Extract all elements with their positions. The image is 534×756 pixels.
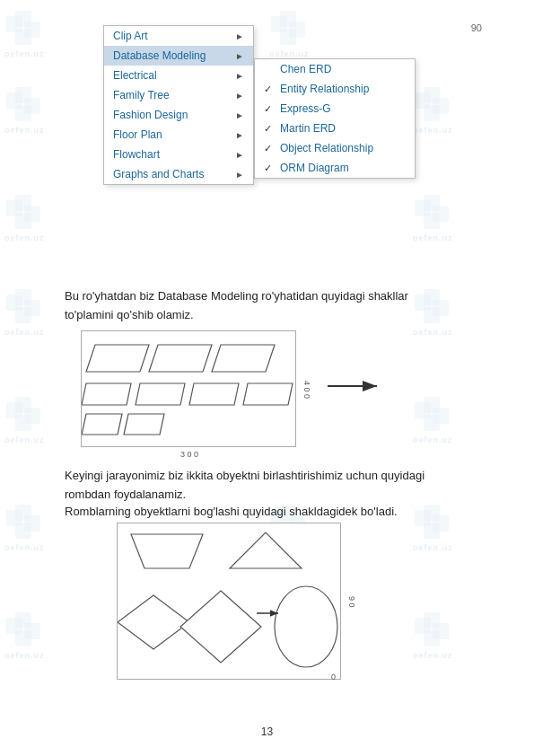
submenu-item-entity-relationship[interactable]: ✓Entity Relationship (255, 79, 415, 99)
svg-rect-20 (415, 200, 431, 216)
svg-rect-14 (433, 98, 449, 114)
submenu-item-object-relationship[interactable]: ✓Object Relationship (255, 138, 415, 158)
menu-item-family-tree[interactable]: Family Tree► (104, 85, 253, 105)
svg-rect-19 (15, 213, 31, 229)
svg-rect-37 (424, 397, 440, 413)
svg-rect-13 (424, 87, 440, 103)
svg-marker-75 (131, 534, 203, 568)
svg-rect-52 (6, 618, 22, 634)
svg-marker-71 (82, 414, 122, 435)
svg-rect-3 (15, 29, 31, 45)
svg-marker-65 (149, 345, 212, 372)
svg-rect-2 (24, 22, 40, 38)
svg-marker-69 (189, 383, 239, 405)
svg-rect-24 (6, 294, 22, 311)
svg-rect-21 (424, 195, 440, 211)
svg-rect-6 (289, 22, 305, 38)
svg-rect-53 (15, 612, 31, 629)
svg-rect-62 (433, 623, 449, 639)
paragraph-3: Romblarning obyektlarni bog'lashi quyida… (65, 503, 485, 522)
svg-rect-8 (6, 92, 22, 109)
svg-marker-72 (124, 414, 164, 435)
arrow-1 (319, 359, 390, 416)
svg-marker-78 (180, 591, 261, 663)
paragraph-2: Keyingi jarayonimiz biz ikkita obyektni … (65, 467, 485, 505)
svg-rect-36 (415, 402, 431, 418)
svg-rect-0 (6, 16, 22, 32)
menu-item-clip-art[interactable]: Clip Art► (104, 26, 253, 46)
top-number-label: 90 (471, 22, 482, 33)
svg-rect-38 (433, 408, 449, 424)
svg-rect-35 (15, 415, 31, 431)
svg-rect-27 (15, 307, 31, 323)
menu-item-fashion-design[interactable]: Fashion Design► (104, 105, 253, 125)
svg-rect-32 (6, 402, 22, 418)
menu-item-database-modeling[interactable]: Database Modeling► (104, 46, 253, 66)
svg-rect-43 (15, 523, 31, 539)
svg-rect-9 (15, 87, 31, 103)
svg-rect-22 (433, 206, 449, 222)
svg-rect-10 (24, 98, 40, 114)
svg-rect-23 (424, 213, 440, 229)
page-number: 13 (261, 725, 273, 738)
submenu-item-express-g[interactable]: ✓Express-G (255, 99, 415, 119)
svg-rect-33 (15, 397, 31, 413)
svg-rect-17 (15, 195, 31, 211)
svg-rect-12 (415, 92, 431, 109)
svg-marker-76 (230, 532, 302, 568)
svg-rect-7 (280, 29, 296, 45)
svg-rect-39 (424, 415, 440, 431)
svg-rect-40 (6, 510, 22, 526)
submenu-item-chen-erd[interactable]: Chen ERD (255, 59, 415, 79)
svg-point-79 (275, 586, 337, 667)
submenu: Chen ERD✓Entity Relationship✓Express-G✓M… (254, 58, 416, 179)
svg-marker-66 (212, 345, 275, 372)
paragraph-1: Bu ro'yhatdan biz Database Modeling ro'y… (65, 287, 485, 325)
menu-item-electrical[interactable]: Electrical► (104, 66, 253, 85)
diagram-1: 4 0 0 3 0 0 (81, 330, 296, 447)
svg-rect-18 (24, 206, 40, 222)
svg-rect-26 (24, 300, 40, 316)
svg-rect-11 (15, 105, 31, 121)
svg-marker-77 (118, 595, 189, 649)
context-menu: Clip Art►Database Modeling►Electrical►Fa… (103, 25, 254, 185)
svg-rect-55 (15, 630, 31, 646)
svg-rect-16 (6, 200, 22, 216)
svg-rect-51 (424, 523, 440, 539)
svg-marker-70 (243, 383, 293, 405)
diagram-2: 9 0 0 (117, 523, 341, 680)
svg-rect-1 (15, 11, 31, 27)
menu-item-floor-plan[interactable]: Floor Plan► (104, 125, 253, 145)
svg-rect-41 (15, 505, 31, 521)
svg-marker-68 (136, 383, 185, 405)
menu-item-graphs-and-charts[interactable]: Graphs and Charts► (104, 164, 253, 184)
svg-rect-60 (415, 618, 431, 634)
svg-marker-67 (82, 383, 131, 405)
svg-rect-4 (271, 16, 287, 32)
svg-marker-64 (86, 345, 149, 372)
submenu-item-orm-diagram[interactable]: ✓ORM Diagram (255, 158, 415, 178)
submenu-item-martin-erd[interactable]: ✓Martin ERD (255, 119, 415, 138)
svg-rect-5 (280, 11, 296, 27)
svg-rect-42 (24, 515, 40, 532)
svg-rect-34 (24, 408, 40, 424)
svg-rect-54 (24, 623, 40, 639)
svg-rect-15 (424, 105, 440, 121)
svg-rect-61 (424, 612, 440, 629)
menu-item-flowchart[interactable]: Flowchart► (104, 145, 253, 164)
svg-rect-63 (424, 630, 440, 646)
svg-rect-25 (15, 289, 31, 305)
